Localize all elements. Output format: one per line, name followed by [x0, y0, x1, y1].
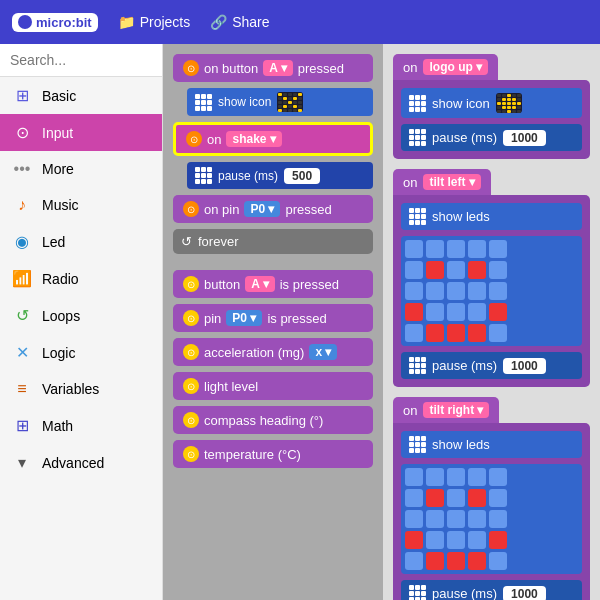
sidebar-item-radio[interactable]: 📶 Radio: [0, 260, 162, 297]
show-leds-inner-right[interactable]: show leds: [401, 431, 582, 458]
sidebar-item-more[interactable]: ••• More: [0, 151, 162, 187]
sidebar-item-loops[interactable]: ↺ Loops: [0, 297, 162, 334]
grid-dots-icon8: [409, 585, 426, 600]
pin-is-pressed-label: is pressed: [267, 311, 326, 326]
show-icon-block[interactable]: show icon: [187, 88, 373, 116]
block-temperature[interactable]: ⊙ temperature (°C): [173, 440, 373, 468]
circle-icon: ⊙: [12, 123, 32, 142]
code-block-tilt-right: on tilt right ▾ show leds: [393, 397, 590, 600]
led-4-0: [405, 324, 423, 342]
pressed-label: pressed: [298, 61, 344, 76]
block-light-level[interactable]: ⊙ light level: [173, 372, 373, 400]
tilt-right-tag[interactable]: tilt right ▾: [423, 402, 489, 418]
led-r1-0: [405, 489, 423, 507]
block-pin-is-pressed[interactable]: ⊙ pin P0 ▾ is pressed: [173, 304, 373, 332]
button-a-tag[interactable]: A ▾: [263, 60, 293, 76]
share-nav-item[interactable]: 🔗 Share: [210, 14, 269, 30]
math-icon: ⊞: [12, 416, 32, 435]
sidebar-label-led: Led: [42, 234, 150, 250]
pin-p0-tag2[interactable]: P0 ▾: [226, 310, 262, 326]
radio-icon: 📶: [12, 269, 32, 288]
code-block-header-logo-up: on logo up ▾: [393, 54, 498, 80]
grid-dots-icon3: [409, 95, 426, 112]
show-leds-label-right: show leds: [432, 437, 490, 452]
pause-value-logo[interactable]: 1000: [503, 130, 546, 146]
grid-dots-icon6: [409, 357, 426, 374]
led-3-0: [405, 303, 423, 321]
logo-up-tag[interactable]: logo up ▾: [423, 59, 488, 75]
chevron-down-icon: ▾: [12, 453, 32, 472]
search-bar: 🔍: [0, 44, 162, 77]
show-icon-inner[interactable]: show icon: [401, 88, 582, 118]
ellipsis-icon: •••: [12, 160, 32, 178]
search-input[interactable]: [10, 52, 185, 68]
pin-p0-tag[interactable]: P0 ▾: [244, 201, 280, 217]
code-block-logo-up: on logo up ▾ show icon: [393, 54, 590, 159]
led-r4-4: [489, 552, 507, 570]
share-label: Share: [232, 14, 269, 30]
pause-value[interactable]: 500: [284, 168, 320, 184]
main-layout: 🔍 ⊞ Basic ⊙ Input ••• More ♪ Music ◉ Led…: [0, 44, 600, 600]
on-label: on button: [204, 61, 258, 76]
block-on-shake[interactable]: ⊙ on shake ▾: [173, 122, 373, 156]
led-r1-4: [489, 489, 507, 507]
projects-nav-item[interactable]: 📁 Projects: [118, 14, 191, 30]
sidebar-item-input[interactable]: ⊙ Input: [0, 114, 162, 151]
tilt-left-tag[interactable]: tilt left ▾: [423, 174, 480, 190]
sidebar-label-more: More: [42, 161, 150, 177]
led-0-2: [447, 240, 465, 258]
sidebar-item-music[interactable]: ♪ Music: [0, 187, 162, 223]
sidebar-label-loops: Loops: [42, 308, 150, 324]
pause-inner-tilt-right[interactable]: pause (ms) 1000: [401, 580, 582, 600]
pause-block[interactable]: pause (ms) 500: [187, 162, 373, 189]
sidebar-label-math: Math: [42, 418, 150, 434]
block-forever[interactable]: ↺ forever: [173, 229, 373, 254]
pause-label4: pause (ms): [432, 586, 497, 600]
button-a-tag2[interactable]: A ▾: [245, 276, 275, 292]
block-acceleration[interactable]: ⊙ acceleration (mg) x ▾: [173, 338, 373, 366]
input-dot-icon5: ⊙: [183, 412, 199, 428]
micro-icon: [277, 92, 303, 112]
led-3-4: [489, 303, 507, 321]
show-leds-inner-left[interactable]: show leds: [401, 203, 582, 230]
led-r0-1: [426, 468, 444, 486]
led-r0-0: [405, 468, 423, 486]
sidebar-item-variables[interactable]: ≡ Variables: [0, 371, 162, 407]
event-dot-icon: ⊙: [183, 60, 199, 76]
block-on-pin-pressed[interactable]: ⊙ on pin P0 ▾ pressed: [173, 195, 373, 223]
pause-value-tilt-right[interactable]: 1000: [503, 586, 546, 601]
led-r3-3: [468, 531, 486, 549]
led-r3-1: [426, 531, 444, 549]
pause-block-wrapper: pause (ms) 500: [187, 162, 373, 189]
grid-dots-icon: [195, 94, 212, 111]
block-compass-heading[interactable]: ⊙ compass heading (°): [173, 406, 373, 434]
sidebar-item-led[interactable]: ◉ Led: [0, 223, 162, 260]
led-0-1: [426, 240, 444, 258]
block-on-button-pressed[interactable]: ⊙ on button A ▾ pressed: [173, 54, 373, 82]
code-block-tilt-left: on tilt left ▾ show leds: [393, 169, 590, 387]
pause-value-tilt-left[interactable]: 1000: [503, 358, 546, 374]
variables-icon: ≡: [12, 380, 32, 398]
sidebar-item-logic[interactable]: ✕ Logic: [0, 334, 162, 371]
pause-inner-logo[interactable]: pause (ms) 1000: [401, 124, 582, 151]
logo-circle-icon: [18, 15, 32, 29]
led-2-1: [426, 282, 444, 300]
block-button-is-pressed[interactable]: ⊙ button A ▾ is pressed: [173, 270, 373, 298]
show-icon-label2: show icon: [432, 96, 490, 111]
loops-icon: ↺: [12, 306, 32, 325]
logo: micro:bit: [12, 13, 98, 32]
accel-x-tag[interactable]: x ▾: [309, 344, 337, 360]
led-r0-2: [447, 468, 465, 486]
on-label-logo: on: [403, 60, 417, 75]
sidebar-item-basic[interactable]: ⊞ Basic: [0, 77, 162, 114]
logo-text: micro:bit: [36, 15, 92, 30]
led-r2-2: [447, 510, 465, 528]
led-r1-3: [468, 489, 486, 507]
top-navbar: micro:bit 📁 Projects 🔗 Share: [0, 0, 600, 44]
sidebar-item-math[interactable]: ⊞ Math: [0, 407, 162, 444]
pause-inner-tilt-left[interactable]: pause (ms) 1000: [401, 352, 582, 379]
share-icon: 🔗: [210, 14, 227, 30]
sidebar-item-advanced[interactable]: ▾ Advanced: [0, 444, 162, 481]
shake-tag[interactable]: shake ▾: [226, 131, 281, 147]
folder-icon: 📁: [118, 14, 135, 30]
